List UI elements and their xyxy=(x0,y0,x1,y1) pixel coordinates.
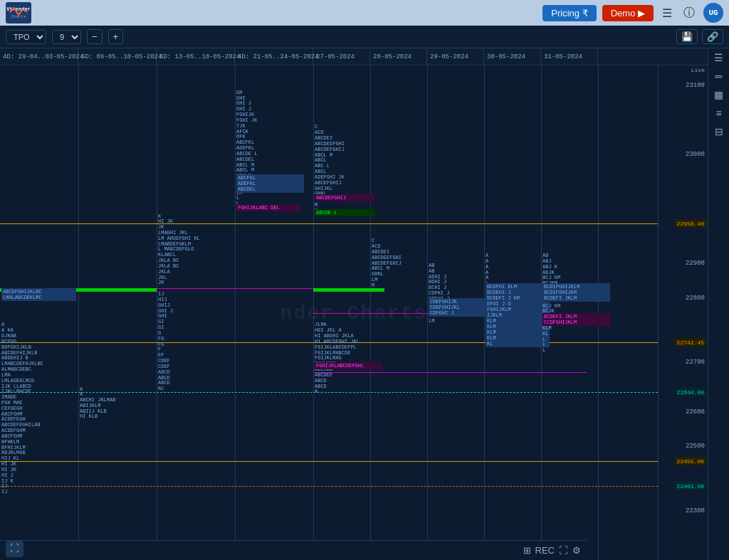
date-col-9: 31-05-2024 xyxy=(541,48,598,65)
bottom-toolbar: ⊞ REC ⛶ ⚙ xyxy=(0,540,587,560)
logo-icon: Vtrender Charts xyxy=(6,2,31,23)
toolbar-right: 💾 🔗 xyxy=(676,29,723,44)
tpo-block-col4-top: ABCFKL ADEFKL ABCDEL xyxy=(236,174,304,193)
period-select[interactable]: 9 xyxy=(52,30,81,44)
date-col-7: 29-05-2024 xyxy=(427,48,484,65)
date-col-1: 4D: 29-04..03-05-2024 xyxy=(0,48,78,65)
save-button[interactable]: 💾 xyxy=(676,29,698,44)
tpo-col-5b: JLMA HGI JKL A HI ABGHI JKLA HI ABCDFGHI… xyxy=(315,322,360,560)
header-bar: Vtrender Charts Pricing ₹ Demo ▶ ☰ ⓘ UG xyxy=(0,0,729,26)
zoom-in-button[interactable]: + xyxy=(108,29,124,44)
expand-icon[interactable]: ⛶ xyxy=(6,541,23,557)
date-col-8: 30-05-2024 xyxy=(484,48,541,65)
grid-bottom-btn[interactable]: ⊞ xyxy=(523,545,531,556)
date-col-3: 6D: 13-05..18-05-2024 xyxy=(157,48,235,65)
tpo-block-col4-mid: FGHIJKLABC DEL xyxy=(236,204,300,211)
price-23100: 23100 xyxy=(686,82,705,89)
zoom-out-button[interactable]: − xyxy=(87,29,103,44)
nav-right: Pricing ₹ Demo ▶ ☰ ⓘ UG xyxy=(542,3,723,23)
settings-bottom-btn[interactable]: ⚙ xyxy=(572,545,581,556)
price-22300: 22300 xyxy=(686,507,705,514)
tpo-block-col8-blue: BCDFHI KLM BCDEHI J BCDEFI J KM EFGI J O… xyxy=(486,283,550,348)
panel-btn-5[interactable]: ⊟ xyxy=(713,125,725,138)
link-button[interactable]: 🔗 xyxy=(702,29,723,44)
menu-button[interactable]: ☰ xyxy=(659,4,675,23)
price-22600: 22600 xyxy=(686,408,705,416)
tpo-block-col5-magenta: ABCDEFGHIJ xyxy=(315,194,375,201)
fullscreen-btn[interactable]: ⛶ xyxy=(559,545,568,556)
date-col-2: 5D: 06-05..10-05-2024 xyxy=(78,48,157,65)
tpo-col-6: C ACD ABCDEI ABCDEEFGHI ABCDEFGHIJ ABCL … xyxy=(372,238,402,560)
avatar[interactable]: UG xyxy=(703,3,723,23)
panel-btn-1[interactable]: ☰ xyxy=(713,51,725,64)
price-tag-22455: 22455.00 xyxy=(675,458,706,465)
price-tag-22950: 22950.40 xyxy=(675,220,706,228)
tpo-block-col9-blue: BCDIFGHIJKLM BCDIFGHIJKM BCDEFI JKLM xyxy=(542,283,610,302)
chart-container: 4D: 29-04..03-05-2024 5D: 06-05..10-05-2… xyxy=(0,48,708,560)
demo-button[interactable]: Demo ▶ xyxy=(602,5,654,21)
right-panel: ☰ ═ ▦ ≡ ⊟ xyxy=(708,48,729,560)
tpo-block-col7-blue: CDEFGHIJK CDEFGHIJKL CDFGHI J xyxy=(429,298,493,317)
rec-btn[interactable]: REC xyxy=(535,545,555,556)
live-label: Live xyxy=(691,67,705,73)
tpo-col-2: A A ABCHI JKLMAB ABIJKLM ABIIJ KLB HI KL… xyxy=(80,387,115,560)
tpo-block-col5-green: ABCDE L xyxy=(315,209,375,216)
main-area: 4D: 29-04..03-05-2024 5D: 06-05..10-05-2… xyxy=(0,48,729,560)
pricing-button[interactable]: Pricing ₹ xyxy=(542,5,596,21)
price-tag-22401: 22401.00 xyxy=(675,482,706,490)
info-button[interactable]: ⓘ xyxy=(681,3,698,23)
tpo-col-3: K HI JK JK LMAGHI JKL LM ARDEFGHI KL LMA… xyxy=(158,214,200,561)
price-22700: 22700 xyxy=(686,359,705,366)
date-col-4: 4D: 21-05..24-05-2024 xyxy=(235,48,313,65)
price-22900: 22900 xyxy=(686,260,705,267)
panel-btn-4[interactable]: ≡ xyxy=(714,107,723,120)
price-tag-22742: 22742.45 xyxy=(675,339,706,347)
price-22500: 22500 xyxy=(686,443,705,450)
svg-rect-0 xyxy=(6,2,31,23)
date-col-6: 28-05-2024 xyxy=(370,48,427,65)
panel-btn-2[interactable]: ═ xyxy=(714,70,724,83)
price-axis-overlay: Live 23100 23000 22950.40 22900 22800 22… xyxy=(658,65,708,560)
logo-area: Vtrender Charts xyxy=(6,2,31,23)
panel-btn-3[interactable]: ▦ xyxy=(713,88,725,101)
tpo-col-1: A A KA DJKAB BCFGD BDFGHIJKLB ABCDEFHIJK… xyxy=(1,322,43,560)
price-tag-22644: 22644.00 xyxy=(675,388,706,396)
price-23000: 23000 xyxy=(686,151,705,158)
tpo-block-col9-mag: BCDEFI JKLM CCDFGHIJKLM xyxy=(542,313,610,326)
price-22800: 22800 xyxy=(686,295,705,302)
chart-area[interactable]: nder Charts xyxy=(0,65,708,560)
toolbar: TPO 9 − + 💾 🔗 xyxy=(0,26,729,48)
tpo-canvas: A A KA DJKAB BCFGD BDFGHIJKLB ABCDEFHIJK… xyxy=(0,65,658,560)
tpo-col-4: GH GHI GHI J GHI J FGHIJK FGHI JK TJK AF… xyxy=(236,90,272,560)
date-col-5: 27-05-2024 xyxy=(313,48,370,65)
chart-type-select[interactable]: TPO xyxy=(6,30,46,44)
tpo-block-col1: ABCDFGHIJKLBC LMALABCDEKLMC xyxy=(1,288,76,301)
date-header: 4D: 29-04..03-05-2024 5D: 06-05..10-05-2… xyxy=(0,48,708,65)
